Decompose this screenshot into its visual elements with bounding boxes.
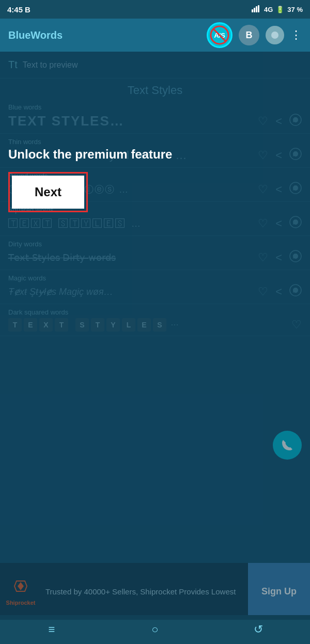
- gray-dot: [271, 32, 278, 39]
- premium-overlay: [0, 52, 310, 620]
- app-title: BlueWords: [8, 29, 198, 41]
- next-button-wrapper: Next: [8, 172, 88, 212]
- signal-icon: [252, 5, 261, 14]
- nav-menu-icon[interactable]: ≡: [36, 619, 67, 640]
- b-label: B: [246, 30, 253, 41]
- main-content: Tt Text to preview Text Styles Blue word…: [0, 52, 310, 620]
- network-label: 4G: [264, 6, 273, 13]
- no-symbol-icon: [210, 25, 229, 45]
- nav-back-icon[interactable]: ↺: [243, 619, 274, 640]
- status-left: 4:45 B: [7, 5, 30, 14]
- svg-rect-3: [258, 5, 259, 12]
- more-menu-icon[interactable]: ⋮: [290, 28, 302, 42]
- status-bar: 4:45 B 4G 🔋 37 %: [0, 0, 310, 19]
- gray-badge[interactable]: [266, 26, 284, 44]
- nav-home-icon[interactable]: ○: [140, 619, 171, 640]
- next-button[interactable]: Next: [12, 176, 84, 209]
- time: 4:45: [7, 5, 23, 14]
- premium-popup: Unlock the premium feature Next: [0, 147, 310, 212]
- header-icons: A/S B ⋮: [207, 22, 302, 48]
- svg-rect-0: [252, 9, 253, 12]
- bold-indicator: B: [25, 5, 30, 14]
- premium-title: Unlock the premium feature: [8, 147, 302, 162]
- app-header: BlueWords A/S B ⋮: [0, 19, 310, 52]
- svg-line-5: [214, 29, 226, 41]
- svg-rect-2: [256, 6, 257, 12]
- battery-level: 37 %: [287, 6, 303, 13]
- status-right: 4G 🔋 37 %: [252, 5, 303, 14]
- svg-rect-1: [254, 8, 255, 12]
- battery-icon: 🔋: [276, 6, 284, 13]
- b-badge[interactable]: B: [239, 25, 259, 45]
- ab-badge[interactable]: A/S: [207, 22, 233, 48]
